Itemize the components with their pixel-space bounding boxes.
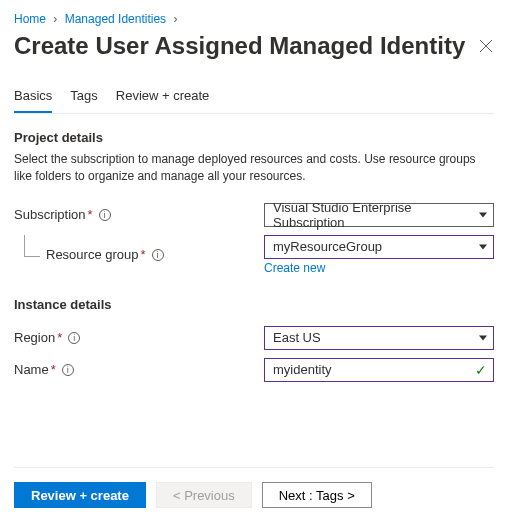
close-icon[interactable] [478,38,494,54]
chevron-right-icon: › [53,12,57,26]
chevron-down-icon [479,335,487,340]
previous-button: < Previous [156,482,252,508]
info-icon[interactable]: i [62,364,74,376]
page-title: Create User Assigned Managed Identity [14,32,465,60]
breadcrumb-home[interactable]: Home [14,12,46,26]
instance-details-heading: Instance details [14,297,494,312]
required-indicator: * [51,362,56,377]
subscription-value: Visual Studio Enterprise Subscription [273,200,485,230]
info-icon[interactable]: i [99,209,111,221]
resource-group-value: myResourceGroup [273,239,382,254]
info-icon[interactable]: i [68,332,80,344]
region-label: Region [14,330,55,345]
resource-group-select[interactable]: myResourceGroup [264,235,494,259]
region-value: East US [273,330,321,345]
chevron-down-icon [479,212,487,217]
required-indicator: * [141,247,146,262]
next-button[interactable]: Next : Tags > [262,482,372,508]
name-label: Name [14,362,49,377]
project-details-description: Select the subscription to manage deploy… [14,151,494,185]
tree-connector [24,235,40,257]
subscription-label: Subscription [14,207,86,222]
chevron-right-icon: › [173,12,177,26]
checkmark-icon: ✓ [475,362,487,378]
tab-basics[interactable]: Basics [14,88,52,113]
required-indicator: * [88,207,93,222]
tabs: Basics Tags Review + create [14,88,494,114]
tab-review-create[interactable]: Review + create [116,88,210,113]
chevron-down-icon [479,244,487,249]
project-details-heading: Project details [14,130,494,145]
tab-tags[interactable]: Tags [70,88,97,113]
name-value: myidentity [273,362,332,377]
review-create-button[interactable]: Review + create [14,482,146,508]
name-input[interactable]: myidentity ✓ [264,358,494,382]
breadcrumb: Home › Managed Identities › [14,12,494,26]
required-indicator: * [57,330,62,345]
breadcrumb-managed-identities[interactable]: Managed Identities [65,12,166,26]
resource-group-label: Resource group [46,247,139,262]
region-select[interactable]: East US [264,326,494,350]
footer: Review + create < Previous Next : Tags > [14,467,494,508]
create-new-link[interactable]: Create new [264,261,325,275]
info-icon[interactable]: i [152,249,164,261]
subscription-select[interactable]: Visual Studio Enterprise Subscription [264,203,494,227]
